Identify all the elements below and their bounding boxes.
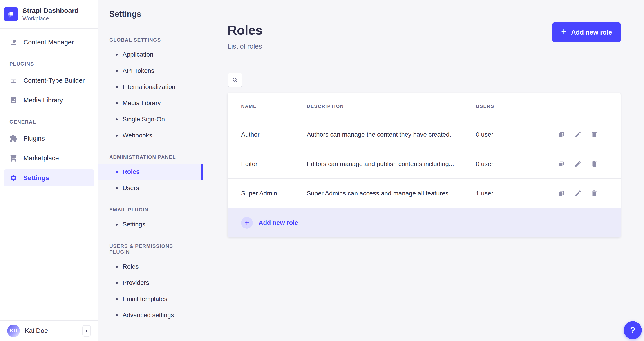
bullet-dot bbox=[116, 70, 118, 72]
subnav-item-label: Application bbox=[122, 51, 153, 58]
subnav-divider bbox=[109, 26, 120, 26]
sidebar-nav: Content Manager PLUGINS Content-Type Bui… bbox=[0, 29, 98, 320]
row-actions bbox=[558, 160, 598, 168]
sidebar-footer: KD Kai Doe bbox=[0, 320, 98, 341]
sidebar-item-marketplace[interactable]: Marketplace bbox=[4, 150, 94, 167]
layout-grid-icon bbox=[10, 76, 18, 84]
search-icon bbox=[232, 77, 238, 83]
search-button[interactable] bbox=[228, 72, 242, 87]
subnav-item-label: Webhooks bbox=[122, 132, 152, 139]
edit-role-button[interactable] bbox=[574, 189, 582, 197]
subnav-section-email-plugin: EMAIL PLUGIN bbox=[109, 207, 192, 213]
subnav-section-global-settings: GLOBAL SETTINGS bbox=[109, 37, 192, 43]
collapse-sidebar-button[interactable] bbox=[82, 325, 91, 337]
add-new-role-button[interactable]: + Add new role bbox=[552, 22, 620, 42]
row-actions bbox=[558, 189, 598, 197]
active-indicator bbox=[201, 164, 202, 180]
subnav-item-email-templates[interactable]: Email templates bbox=[98, 291, 202, 307]
bullet-dot bbox=[116, 187, 118, 189]
row-actions bbox=[558, 130, 598, 139]
brand[interactable]: Strapi Dashboard Workplace bbox=[0, 0, 98, 29]
role-users-count: 0 user bbox=[476, 160, 558, 168]
edit-role-button[interactable] bbox=[574, 130, 582, 139]
strapi-logo-icon bbox=[4, 7, 18, 21]
page-title: Roles bbox=[228, 22, 262, 37]
bullet-dot bbox=[116, 102, 118, 104]
subnav-item-providers[interactable]: Providers bbox=[98, 275, 202, 291]
subnav-section-users-permissions-plugin: USERS & PERMISSIONS PLUGIN bbox=[109, 243, 192, 255]
app-title: Strapi Dashboard bbox=[22, 6, 79, 14]
column-header-name: NAME bbox=[241, 104, 307, 109]
plus-circle-icon: + bbox=[241, 217, 253, 229]
subnav-item-label: Internationalization bbox=[122, 83, 176, 90]
subnav-item-webhooks[interactable]: Webhooks bbox=[98, 127, 202, 144]
subnav-item-application[interactable]: Application bbox=[98, 46, 202, 63]
bullet-dot bbox=[116, 118, 118, 120]
subnav-item-label: Users bbox=[122, 184, 139, 192]
duplicate-role-button[interactable] bbox=[558, 189, 566, 197]
subnav-item-roles[interactable]: Roles bbox=[98, 164, 202, 180]
sidebar-item-label: Content Manager bbox=[24, 39, 74, 46]
avatar[interactable]: KD bbox=[7, 325, 20, 337]
role-name: Author bbox=[241, 131, 307, 138]
chevron-left-icon bbox=[84, 329, 89, 333]
subnav-item-label: Providers bbox=[122, 279, 149, 286]
sidebar-item-content-manager[interactable]: Content Manager bbox=[4, 34, 94, 51]
duplicate-role-button[interactable] bbox=[558, 160, 566, 168]
subnav-item-internationalization[interactable]: Internationalization bbox=[98, 79, 202, 95]
footer-add-label: Add new role bbox=[258, 219, 298, 226]
sidebar-section-plugins: PLUGINS bbox=[10, 61, 98, 67]
sidebar-item-label: Settings bbox=[24, 174, 49, 182]
sidebar-item-media-library[interactable]: Media Library bbox=[4, 92, 94, 109]
subnav-item-label: Roles bbox=[122, 263, 139, 270]
table-row-super-admin[interactable]: Super Admin Super Admins can access and … bbox=[228, 179, 620, 208]
role-name: Editor bbox=[241, 160, 307, 168]
picture-icon bbox=[10, 96, 18, 104]
bullet-dot bbox=[116, 86, 118, 88]
sidebar-item-label: Media Library bbox=[24, 97, 63, 104]
table-row-author[interactable]: Author Authors can manage the content th… bbox=[228, 120, 620, 149]
subnav-item-email-settings[interactable]: Settings bbox=[98, 216, 202, 233]
app-root: Strapi Dashboard Workplace Content Manag… bbox=[0, 0, 644, 341]
subnav-item-advanced-settings[interactable]: Advanced settings bbox=[98, 307, 202, 323]
delete-role-button[interactable] bbox=[590, 189, 598, 197]
subnav-item-up-roles[interactable]: Roles bbox=[98, 259, 202, 275]
subnav-title: Settings bbox=[109, 9, 202, 19]
role-users-count: 0 user bbox=[476, 131, 558, 138]
delete-role-button[interactable] bbox=[590, 130, 598, 139]
plus-icon: + bbox=[561, 27, 567, 37]
subnav-section-administration-panel: ADMINISTRATION PANEL bbox=[109, 154, 192, 160]
page-title-block: Roles List of roles bbox=[228, 22, 262, 50]
subnav-item-label: API Tokens bbox=[122, 67, 154, 74]
bullet-dot bbox=[116, 266, 118, 268]
delete-role-button[interactable] bbox=[590, 160, 598, 168]
sidebar-item-settings[interactable]: Settings bbox=[4, 169, 94, 186]
subnav-item-api-tokens[interactable]: API Tokens bbox=[98, 63, 202, 79]
main-sidebar: Strapi Dashboard Workplace Content Manag… bbox=[0, 0, 98, 341]
subnav-item-label: Roles bbox=[122, 168, 140, 175]
edit-role-button[interactable] bbox=[574, 160, 582, 168]
subnav-item-media-library[interactable]: Media Library bbox=[98, 95, 202, 111]
subnav-item-label: Email templates bbox=[122, 295, 167, 303]
table-footer-add-row[interactable]: + Add new role bbox=[228, 208, 620, 237]
bullet-dot bbox=[116, 282, 118, 284]
sidebar-item-plugins[interactable]: Plugins bbox=[4, 130, 94, 147]
column-header-users: USERS bbox=[476, 104, 558, 109]
subnav-item-label: Settings bbox=[122, 221, 145, 228]
subnav-item-label: Single Sign-On bbox=[122, 116, 165, 123]
sidebar-section-general: GENERAL bbox=[10, 119, 98, 125]
subnav-item-users[interactable]: Users bbox=[98, 180, 202, 196]
bullet-dot bbox=[116, 314, 118, 316]
role-description: Editors can manage and publish contents … bbox=[307, 160, 476, 168]
page-header: Roles List of roles + Add new role bbox=[228, 0, 620, 50]
subnav-item-label: Advanced settings bbox=[122, 312, 174, 319]
help-button[interactable]: ? bbox=[624, 321, 642, 339]
duplicate-role-button[interactable] bbox=[558, 130, 566, 139]
workspace-name: Workplace bbox=[22, 15, 79, 22]
brand-text: Strapi Dashboard Workplace bbox=[22, 6, 79, 22]
sidebar-item-content-type-builder[interactable]: Content-Type Builder bbox=[4, 72, 94, 89]
feather-pen-icon bbox=[10, 38, 18, 46]
table-row-editor[interactable]: Editor Editors can manage and publish co… bbox=[228, 149, 620, 179]
main-content: Roles List of roles + Add new role NAM bbox=[203, 0, 644, 341]
subnav-item-single-sign-on[interactable]: Single Sign-On bbox=[98, 111, 202, 127]
